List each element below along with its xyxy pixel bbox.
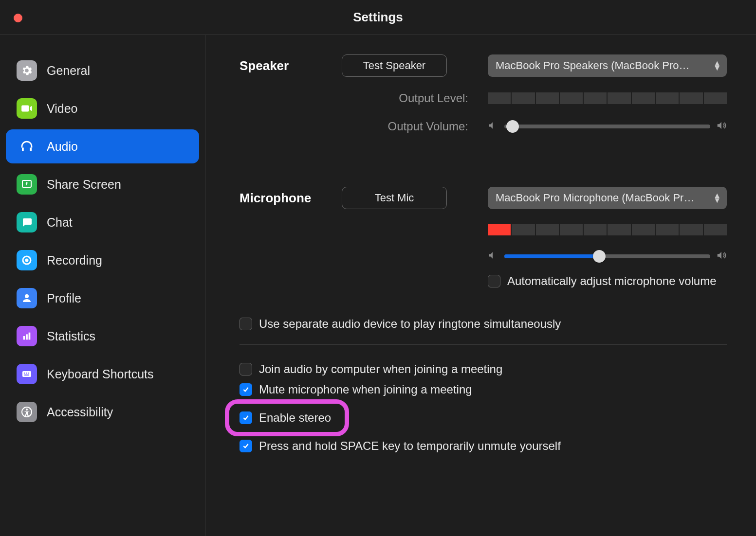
sidebar-item-label: Statistics bbox=[47, 329, 95, 343]
divider bbox=[240, 344, 727, 345]
sidebar-item-statistics[interactable]: Statistics bbox=[6, 319, 199, 353]
space-unmute-checkbox[interactable] bbox=[240, 440, 252, 452]
ringtone-device-checkbox[interactable] bbox=[240, 318, 252, 330]
speaker-heading: Speaker bbox=[240, 58, 289, 73]
share-screen-icon bbox=[17, 174, 37, 195]
test-speaker-button[interactable]: Test Speaker bbox=[342, 54, 447, 77]
input-level-meter bbox=[488, 224, 727, 235]
chevron-updown-icon: ▲▼ bbox=[713, 61, 721, 71]
auto-adjust-label: Automatically adjust microphone volume bbox=[507, 274, 717, 288]
close-window-button[interactable] bbox=[14, 14, 22, 22]
sidebar: General Video Audio Share Screen Chat bbox=[0, 35, 205, 536]
audio-settings-panel: Speaker Test Speaker MacBook Pro Speaker… bbox=[205, 35, 756, 536]
output-level-meter bbox=[488, 92, 727, 104]
output-volume-slider[interactable] bbox=[504, 125, 710, 128]
keyboard-icon bbox=[17, 364, 37, 384]
svg-rect-8 bbox=[24, 373, 25, 374]
chat-icon bbox=[17, 212, 37, 232]
sidebar-item-audio[interactable]: Audio bbox=[6, 129, 199, 163]
speaker-device-select[interactable]: MacBook Pro Speakers (MacBook Pro… ▲▼ bbox=[488, 54, 727, 77]
volume-high-icon bbox=[716, 120, 727, 133]
accessibility-icon bbox=[17, 402, 37, 422]
volume-low-icon bbox=[488, 121, 498, 132]
statistics-icon bbox=[17, 326, 37, 346]
sidebar-item-accessibility[interactable]: Accessibility bbox=[6, 395, 199, 429]
sidebar-item-label: Audio bbox=[47, 140, 78, 154]
sidebar-item-label: Share Screen bbox=[47, 178, 121, 192]
svg-rect-11 bbox=[24, 375, 29, 375]
svg-rect-9 bbox=[26, 373, 27, 374]
sidebar-item-share-screen[interactable]: Share Screen bbox=[6, 167, 199, 201]
svg-point-3 bbox=[25, 294, 29, 298]
output-level-label: Output Level: bbox=[240, 91, 488, 105]
volume-high-icon bbox=[716, 250, 727, 263]
space-unmute-label: Press and hold SPACE key to temporarily … bbox=[259, 439, 561, 453]
microphone-device-select[interactable]: MacBook Pro Microphone (MacBook Pr… ▲▼ bbox=[488, 187, 727, 209]
sidebar-item-keyboard-shortcuts[interactable]: Keyboard Shortcuts bbox=[6, 357, 199, 391]
sidebar-item-label: Recording bbox=[47, 253, 102, 268]
enable-stereo-checkbox[interactable] bbox=[240, 411, 252, 424]
gear-icon bbox=[17, 60, 37, 81]
sidebar-item-profile[interactable]: Profile bbox=[6, 281, 199, 315]
microphone-heading: Microphone bbox=[240, 191, 311, 205]
recording-icon bbox=[17, 250, 37, 270]
output-volume-label: Output Volume: bbox=[240, 120, 488, 133]
auto-adjust-checkbox[interactable] bbox=[488, 275, 500, 287]
profile-icon bbox=[17, 288, 37, 308]
mute-on-join-label: Mute microphone when joining a meeting bbox=[259, 383, 472, 396]
sidebar-item-label: Video bbox=[47, 102, 78, 116]
svg-rect-4 bbox=[23, 336, 25, 339]
svg-rect-5 bbox=[26, 334, 28, 339]
test-mic-button[interactable]: Test Mic bbox=[342, 187, 447, 209]
svg-rect-7 bbox=[22, 371, 31, 377]
sidebar-item-label: Accessibility bbox=[47, 405, 113, 419]
volume-low-icon bbox=[488, 250, 498, 262]
join-audio-label: Join audio by computer when joining a me… bbox=[259, 362, 502, 376]
enable-stereo-label: Enable stereo bbox=[259, 411, 331, 425]
microphone-device-value: MacBook Pro Microphone (MacBook Pr… bbox=[496, 192, 694, 204]
sidebar-item-label: Profile bbox=[47, 291, 81, 305]
sidebar-item-chat[interactable]: Chat bbox=[6, 205, 199, 239]
input-volume-slider[interactable] bbox=[504, 254, 710, 258]
headphones-icon bbox=[17, 136, 37, 157]
sidebar-item-general[interactable]: General bbox=[6, 54, 199, 88]
sidebar-item-label: General bbox=[47, 64, 90, 78]
titlebar: Settings bbox=[0, 0, 756, 35]
join-audio-checkbox[interactable] bbox=[240, 363, 252, 375]
svg-rect-10 bbox=[28, 373, 29, 374]
svg-rect-6 bbox=[29, 333, 31, 340]
sidebar-item-label: Keyboard Shortcuts bbox=[47, 367, 154, 381]
video-icon bbox=[17, 98, 37, 119]
ringtone-device-label: Use separate audio device to play ringto… bbox=[259, 317, 561, 331]
sidebar-item-label: Chat bbox=[47, 215, 73, 230]
window-title: Settings bbox=[353, 10, 403, 25]
sidebar-item-recording[interactable]: Recording bbox=[6, 243, 199, 277]
sidebar-item-video[interactable]: Video bbox=[6, 91, 199, 125]
chevron-updown-icon: ▲▼ bbox=[713, 193, 721, 203]
speaker-device-value: MacBook Pro Speakers (MacBook Pro… bbox=[496, 59, 690, 72]
svg-point-13 bbox=[26, 409, 28, 411]
mute-on-join-checkbox[interactable] bbox=[240, 383, 252, 396]
svg-point-2 bbox=[25, 259, 29, 262]
